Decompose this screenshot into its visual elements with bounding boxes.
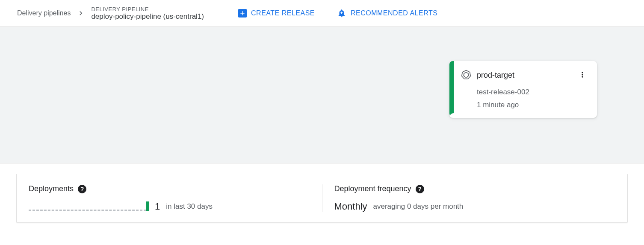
breadcrumb-title: deploy-policy-pipeline (us-central1) — [91, 12, 204, 21]
deployments-sparkline — [29, 202, 149, 211]
breadcrumb-current: DELIVERY PIPELINE deploy-policy-pipeline… — [91, 6, 204, 21]
deployments-value: 1 — [155, 201, 160, 212]
target-status-accent — [449, 61, 454, 118]
more-vert-icon[interactable] — [576, 69, 588, 82]
frequency-stat: Deployment frequency ? Monthly averaging… — [322, 184, 628, 212]
stats-panel: Deployments ? 1 in last 30 days Deployme… — [16, 174, 628, 223]
pipeline-canvas[interactable]: prod-target test-release-002 1 minute ag… — [0, 27, 644, 163]
bell-plus-icon — [337, 9, 346, 18]
target-body: prod-target test-release-002 1 minute ag… — [454, 61, 597, 118]
recommended-alerts-label: RECOMMENDED ALERTS — [351, 9, 437, 17]
target-time: 1 minute ago — [477, 101, 588, 109]
deployments-sub: in last 30 days — [166, 202, 213, 211]
help-icon[interactable]: ? — [78, 185, 86, 193]
deployments-stat: Deployments ? 1 in last 30 days — [17, 184, 322, 212]
header-bar: Delivery pipelines DELIVERY PIPELINE dep… — [0, 0, 644, 27]
breadcrumb-parent-link[interactable]: Delivery pipelines — [17, 9, 71, 17]
kubernetes-icon — [461, 69, 472, 82]
plus-icon — [238, 9, 247, 18]
chevron-right-icon — [77, 9, 85, 18]
help-icon[interactable]: ? — [416, 185, 424, 193]
deployments-title: Deployments — [29, 184, 74, 193]
target-card[interactable]: prod-target test-release-002 1 minute ag… — [449, 61, 597, 118]
target-name[interactable]: prod-target — [477, 71, 571, 80]
frequency-value: Monthly — [334, 201, 367, 212]
create-release-label: CREATE RELEASE — [251, 9, 315, 17]
breadcrumb-label: DELIVERY PIPELINE — [91, 6, 204, 12]
frequency-title: Deployment frequency — [334, 184, 411, 193]
frequency-sub: averaging 0 days per month — [373, 202, 464, 211]
target-release[interactable]: test-release-002 — [477, 88, 588, 96]
recommended-alerts-button[interactable]: RECOMMENDED ALERTS — [332, 5, 443, 21]
target-header: prod-target — [461, 69, 588, 82]
create-release-button[interactable]: CREATE RELEASE — [233, 6, 320, 21]
